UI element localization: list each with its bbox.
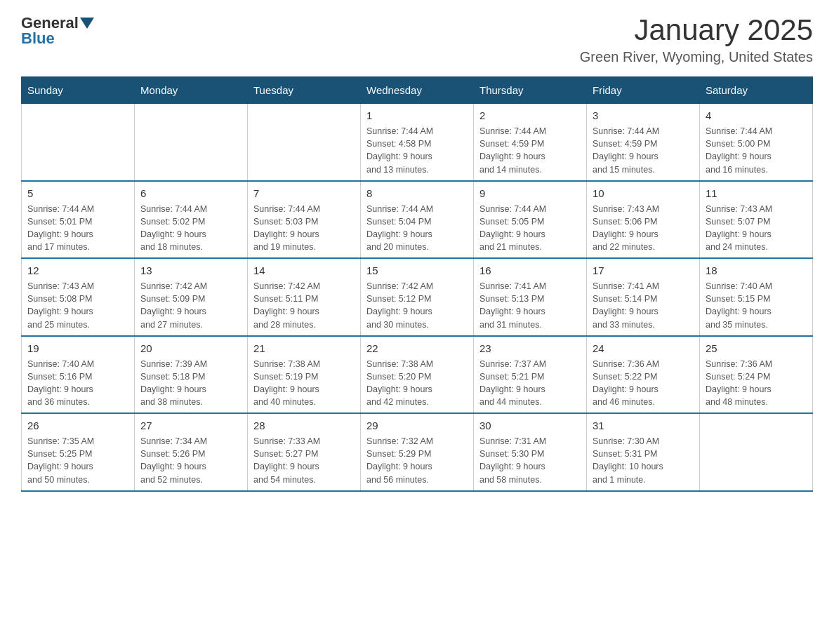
- page-header: General Blue January 2025 Green River, W…: [21, 14, 813, 65]
- page-subtitle: Green River, Wyoming, United States: [580, 49, 813, 65]
- day-info: Sunrise: 7:34 AMSunset: 5:26 PMDaylight:…: [140, 435, 241, 486]
- day-number: 8: [366, 186, 468, 201]
- day-cell: 23Sunrise: 7:37 AMSunset: 5:21 PMDayligh…: [474, 336, 587, 414]
- day-cell: 3Sunrise: 7:44 AMSunset: 4:59 PMDaylight…: [587, 104, 700, 181]
- day-cell: 18Sunrise: 7:40 AMSunset: 5:15 PMDayligh…: [700, 258, 813, 336]
- day-cell: 19Sunrise: 7:40 AMSunset: 5:16 PMDayligh…: [22, 336, 135, 414]
- logo: General Blue: [21, 14, 95, 48]
- day-cell: 24Sunrise: 7:36 AMSunset: 5:22 PMDayligh…: [587, 336, 700, 414]
- day-number: 21: [253, 341, 355, 356]
- week-row-3: 19Sunrise: 7:40 AMSunset: 5:16 PMDayligh…: [22, 336, 813, 414]
- day-info: Sunrise: 7:40 AMSunset: 5:16 PMDaylight:…: [27, 358, 128, 409]
- day-number: 19: [27, 341, 128, 356]
- title-block: January 2025 Green River, Wyoming, Unite…: [580, 14, 813, 65]
- page-title: January 2025: [580, 14, 813, 46]
- day-number: 15: [366, 263, 468, 278]
- day-cell: 28Sunrise: 7:33 AMSunset: 5:27 PMDayligh…: [248, 413, 361, 491]
- day-number: 24: [593, 341, 694, 356]
- header-cell-wednesday: Wednesday: [361, 77, 474, 104]
- day-number: 7: [253, 186, 355, 201]
- day-info: Sunrise: 7:44 AMSunset: 5:04 PMDaylight:…: [366, 203, 468, 254]
- day-info: Sunrise: 7:41 AMSunset: 5:13 PMDaylight:…: [479, 280, 581, 331]
- day-info: Sunrise: 7:43 AMSunset: 5:08 PMDaylight:…: [27, 280, 128, 331]
- day-number: 9: [479, 186, 581, 201]
- day-info: Sunrise: 7:44 AMSunset: 4:58 PMDaylight:…: [366, 125, 468, 176]
- day-info: Sunrise: 7:37 AMSunset: 5:21 PMDaylight:…: [479, 358, 581, 409]
- day-info: Sunrise: 7:44 AMSunset: 5:01 PMDaylight:…: [27, 203, 128, 254]
- day-number: 22: [366, 341, 468, 356]
- day-cell: 9Sunrise: 7:44 AMSunset: 5:05 PMDaylight…: [474, 181, 587, 259]
- week-row-1: 5Sunrise: 7:44 AMSunset: 5:01 PMDaylight…: [22, 181, 813, 259]
- day-info: Sunrise: 7:44 AMSunset: 5:00 PMDaylight:…: [706, 125, 807, 176]
- day-number: 18: [706, 263, 807, 278]
- day-number: 23: [479, 341, 581, 356]
- day-cell: 13Sunrise: 7:42 AMSunset: 5:09 PMDayligh…: [135, 258, 248, 336]
- day-number: 30: [479, 418, 581, 433]
- day-cell: 7Sunrise: 7:44 AMSunset: 5:03 PMDaylight…: [248, 181, 361, 259]
- day-info: Sunrise: 7:33 AMSunset: 5:27 PMDaylight:…: [253, 435, 355, 486]
- logo-blue-text: Blue: [21, 29, 55, 48]
- calendar-body: 1Sunrise: 7:44 AMSunset: 4:58 PMDaylight…: [22, 104, 813, 491]
- day-number: 1: [366, 108, 468, 123]
- day-number: 14: [253, 263, 355, 278]
- day-info: Sunrise: 7:32 AMSunset: 5:29 PMDaylight:…: [366, 435, 468, 486]
- day-cell: [700, 413, 813, 491]
- day-number: 11: [706, 186, 807, 201]
- day-info: Sunrise: 7:36 AMSunset: 5:22 PMDaylight:…: [593, 358, 694, 409]
- day-cell: 22Sunrise: 7:38 AMSunset: 5:20 PMDayligh…: [361, 336, 474, 414]
- day-info: Sunrise: 7:44 AMSunset: 5:02 PMDaylight:…: [140, 203, 241, 254]
- header-cell-friday: Friday: [587, 77, 700, 104]
- day-info: Sunrise: 7:43 AMSunset: 5:06 PMDaylight:…: [593, 203, 694, 254]
- day-info: Sunrise: 7:30 AMSunset: 5:31 PMDaylight:…: [593, 435, 694, 486]
- day-cell: 26Sunrise: 7:35 AMSunset: 5:25 PMDayligh…: [22, 413, 135, 491]
- day-number: 26: [27, 418, 128, 433]
- day-number: 20: [140, 341, 241, 356]
- day-cell: [248, 104, 361, 181]
- day-info: Sunrise: 7:40 AMSunset: 5:15 PMDaylight:…: [706, 280, 807, 331]
- day-info: Sunrise: 7:42 AMSunset: 5:09 PMDaylight:…: [140, 280, 241, 331]
- header-cell-monday: Monday: [135, 77, 248, 104]
- day-cell: 14Sunrise: 7:42 AMSunset: 5:11 PMDayligh…: [248, 258, 361, 336]
- day-number: 3: [593, 108, 694, 123]
- day-cell: 16Sunrise: 7:41 AMSunset: 5:13 PMDayligh…: [474, 258, 587, 336]
- day-cell: 21Sunrise: 7:38 AMSunset: 5:19 PMDayligh…: [248, 336, 361, 414]
- day-info: Sunrise: 7:44 AMSunset: 5:03 PMDaylight:…: [253, 203, 355, 254]
- day-number: 17: [593, 263, 694, 278]
- day-info: Sunrise: 7:41 AMSunset: 5:14 PMDaylight:…: [593, 280, 694, 331]
- day-cell: 29Sunrise: 7:32 AMSunset: 5:29 PMDayligh…: [361, 413, 474, 491]
- day-cell: [22, 104, 135, 181]
- day-cell: 27Sunrise: 7:34 AMSunset: 5:26 PMDayligh…: [135, 413, 248, 491]
- day-number: 2: [479, 108, 581, 123]
- day-number: 12: [27, 263, 128, 278]
- header-cell-thursday: Thursday: [474, 77, 587, 104]
- day-cell: 31Sunrise: 7:30 AMSunset: 5:31 PMDayligh…: [587, 413, 700, 491]
- day-cell: 8Sunrise: 7:44 AMSunset: 5:04 PMDaylight…: [361, 181, 474, 259]
- day-cell: 4Sunrise: 7:44 AMSunset: 5:00 PMDaylight…: [700, 104, 813, 181]
- day-info: Sunrise: 7:31 AMSunset: 5:30 PMDaylight:…: [479, 435, 581, 486]
- header-cell-tuesday: Tuesday: [248, 77, 361, 104]
- day-info: Sunrise: 7:36 AMSunset: 5:24 PMDaylight:…: [706, 358, 807, 409]
- day-number: 29: [366, 418, 468, 433]
- day-info: Sunrise: 7:35 AMSunset: 5:25 PMDaylight:…: [27, 435, 128, 486]
- day-cell: 12Sunrise: 7:43 AMSunset: 5:08 PMDayligh…: [22, 258, 135, 336]
- day-cell: 20Sunrise: 7:39 AMSunset: 5:18 PMDayligh…: [135, 336, 248, 414]
- day-info: Sunrise: 7:43 AMSunset: 5:07 PMDaylight:…: [706, 203, 807, 254]
- day-cell: [135, 104, 248, 181]
- day-number: 13: [140, 263, 241, 278]
- logo-triangle-icon: [80, 18, 94, 29]
- week-row-4: 26Sunrise: 7:35 AMSunset: 5:25 PMDayligh…: [22, 413, 813, 491]
- header-cell-sunday: Sunday: [22, 77, 135, 104]
- day-number: 4: [706, 108, 807, 123]
- day-number: 5: [27, 186, 128, 201]
- day-cell: 2Sunrise: 7:44 AMSunset: 4:59 PMDaylight…: [474, 104, 587, 181]
- day-info: Sunrise: 7:39 AMSunset: 5:18 PMDaylight:…: [140, 358, 241, 409]
- day-info: Sunrise: 7:42 AMSunset: 5:12 PMDaylight:…: [366, 280, 468, 331]
- day-cell: 11Sunrise: 7:43 AMSunset: 5:07 PMDayligh…: [700, 181, 813, 259]
- day-info: Sunrise: 7:44 AMSunset: 5:05 PMDaylight:…: [479, 203, 581, 254]
- day-number: 27: [140, 418, 241, 433]
- day-info: Sunrise: 7:44 AMSunset: 4:59 PMDaylight:…: [593, 125, 694, 176]
- day-cell: 30Sunrise: 7:31 AMSunset: 5:30 PMDayligh…: [474, 413, 587, 491]
- day-number: 16: [479, 263, 581, 278]
- day-number: 28: [253, 418, 355, 433]
- day-cell: 5Sunrise: 7:44 AMSunset: 5:01 PMDaylight…: [22, 181, 135, 259]
